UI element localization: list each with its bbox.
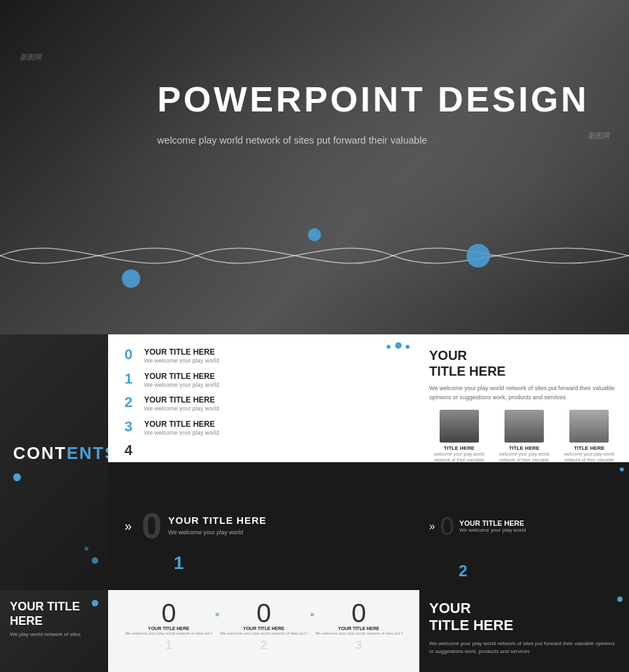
bottom-right-dot xyxy=(617,597,622,602)
dark-right-sub-num: 2 xyxy=(459,562,467,580)
svg-point-2 xyxy=(467,244,490,267)
feature-content: YOUR TITLE HERE We welcome your play wor… xyxy=(168,515,403,538)
dark-right-text: YOUR TITLE HERE We welcome your play wor… xyxy=(459,519,526,533)
person-desc-1: welcome your play world network of their… xyxy=(429,451,489,462)
person-card-1: TITLE HERE welcome your play world netwo… xyxy=(429,410,489,462)
person-photo-3 xyxy=(569,410,609,443)
stat-item-3: 0 YOUR TITLE HERE We welcome your play w… xyxy=(311,600,406,652)
panel-bottom-right: YOURTITLE HERE We welcome your play worl… xyxy=(419,590,629,672)
chevron-icon: » xyxy=(124,519,132,534)
stat-desc-2: We welcome your play world network of si… xyxy=(216,631,311,636)
float-dot-1 xyxy=(92,557,98,564)
person-card-2: TITLE HERE welcome your play world netwo… xyxy=(494,410,554,462)
bottom-right-desc: We welcome your play world network of si… xyxy=(429,640,619,656)
feature-sub-number: 1 xyxy=(174,553,184,574)
person-row: TITLE HERE welcome your play world netwo… xyxy=(429,410,619,462)
stat-num-1: 0 xyxy=(121,600,216,626)
stat-desc-1: We welcome your play world network of si… xyxy=(121,631,216,636)
dark-right-dot xyxy=(620,467,624,471)
stat-item-2: 0 YOUR TITLE HERE We welcome your play w… xyxy=(216,600,311,652)
panel-toc: 0 YOUR TITLE HERE We welcome your play w… xyxy=(108,334,419,462)
person-photo-1 xyxy=(440,410,479,443)
person-name-3: TITLE HERE xyxy=(560,445,619,451)
dark-right-title: YOUR TITLE HERE xyxy=(459,519,526,527)
panel-bottom-center: 0 YOUR TITLE HERE We welcome your play w… xyxy=(108,590,419,672)
person-card-3: TITLE HERE welcome your play world netwo… xyxy=(560,410,619,462)
hero-title: POWERPOINT DESIGN xyxy=(157,79,629,119)
slides-grid: CONTENTS 0 YOUR TITLE HERE We welcome yo… xyxy=(0,334,629,672)
stat-desc-3: We welcome your play world network of si… xyxy=(311,631,406,636)
panel-contents: CONTENTS xyxy=(0,334,108,590)
contents-label: CONTENTS xyxy=(13,443,95,464)
stat-label-1: YOUR TITLE HERE xyxy=(121,626,216,631)
person-desc-3: welcome your play world network of their… xyxy=(560,451,619,462)
person-name-1: TITLE HERE xyxy=(429,445,489,451)
bottom-left-dot xyxy=(92,600,98,606)
bottom-left-title: YOUR TITLEHERE xyxy=(10,600,98,628)
stat-num-2: 0 xyxy=(216,600,311,626)
dark-right-number: 0 xyxy=(440,514,454,539)
stat-label-3: YOUR TITLE HERE xyxy=(311,626,406,631)
wave-decoration xyxy=(0,216,629,295)
bottom-left-desc: We play world network of sites xyxy=(10,631,98,639)
dark-right-content: » 0 YOUR TITLE HERE We welcome your play… xyxy=(429,514,619,539)
dark-right-desc: We welcome your play world xyxy=(459,527,526,533)
person-photo-2 xyxy=(505,410,544,443)
hero-subtitle: welcome play world network of sites put … xyxy=(157,132,432,148)
contents-dot xyxy=(13,473,21,481)
panel-bottom-left: YOUR TITLEHERE We play world network of … xyxy=(0,590,108,672)
toc-item-3: 3 YOUR TITLE HERE We welcome your play w… xyxy=(124,420,403,437)
panel-dark-feature: » 0 YOUR TITLE HERE We welcome your play… xyxy=(108,462,419,590)
feature-title: YOUR TITLE HERE xyxy=(168,515,403,526)
stat-sub-1: 1 xyxy=(121,639,216,652)
stat-label-2: YOUR TITLE HERE xyxy=(216,626,311,631)
feature-number: 0 xyxy=(142,508,162,544)
dark-right-chevron: » xyxy=(429,521,435,532)
svg-point-0 xyxy=(122,269,140,288)
hero-content: POWERPOINT DESIGN welcome play world net… xyxy=(0,0,629,148)
panel-right-info: YOURTITLE HERE We welcome your play worl… xyxy=(419,334,629,462)
hero-section: 新图网 新图网 POWERPOINT DESIGN welcome play w… xyxy=(0,0,629,334)
stat-num-3: 0 xyxy=(311,600,406,626)
toc-item-4: 4 xyxy=(124,443,403,458)
stat-sub-2: 2 xyxy=(216,639,311,652)
stats-row: 0 YOUR TITLE HERE We welcome your play w… xyxy=(121,600,406,652)
bottom-right-title: YOURTITLE HERE xyxy=(429,600,619,635)
feature-desc: We welcome your play world xyxy=(168,528,403,538)
person-name-2: TITLE HERE xyxy=(494,445,554,451)
toc-item-0: 0 YOUR TITLE HERE We welcome your play w… xyxy=(124,347,403,365)
stat-sub-3: 3 xyxy=(311,639,406,652)
panel-dark-right-featured: » 0 YOUR TITLE HERE We welcome your play… xyxy=(419,462,629,590)
stat-item-1: 0 YOUR TITLE HERE We welcome your play w… xyxy=(121,600,216,652)
right-info-desc: We welcome your play world network of si… xyxy=(429,384,619,402)
person-desc-2: welcome your play world network of their… xyxy=(494,451,554,462)
svg-point-1 xyxy=(308,228,321,241)
toc-item-2: 2 YOUR TITLE HERE We welcome your play w… xyxy=(124,395,403,413)
toc-item-1: 1 YOUR TITLE HERE We welcome your play w… xyxy=(124,372,403,389)
float-dot-2 xyxy=(85,547,88,551)
toc-decoration-dots xyxy=(385,340,410,351)
right-info-title: YOURTITLE HERE xyxy=(429,347,619,379)
